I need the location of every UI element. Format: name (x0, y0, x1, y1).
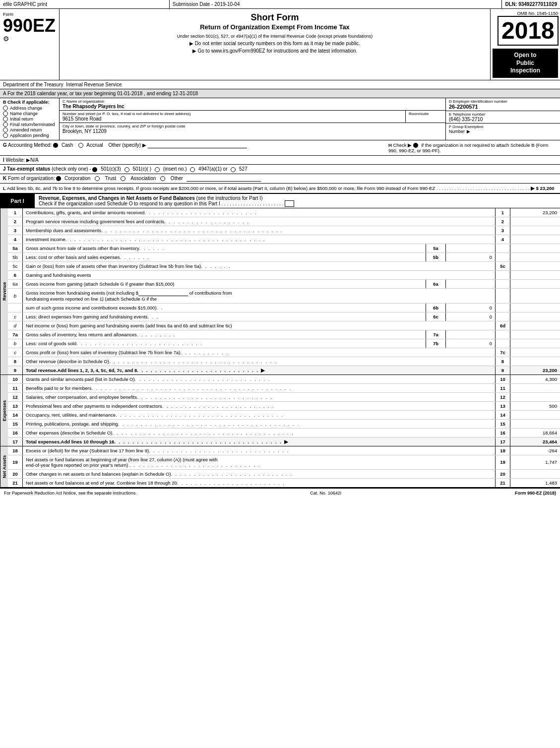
row-7c-num: c (8, 348, 23, 357)
row-9: 9 Total revenue. Add lines 1, 2, 3, 4, 5… (8, 366, 560, 374)
k-trust-radio[interactable] (95, 176, 100, 181)
org-street-cell: Number and street (or P. O. box, if mail… (60, 111, 406, 123)
expenses-side-label: Expenses (0, 375, 8, 446)
row-7c-value (510, 348, 560, 357)
accrual-radio[interactable] (78, 143, 83, 148)
j-4947-radio[interactable] (190, 167, 195, 172)
phone-value: (646) 335-2710 (449, 117, 557, 122)
row-6b-desc-num: b (8, 289, 23, 303)
k-assoc-radio[interactable] (121, 176, 125, 181)
org-street-label: Number and street (or P. O. box, if mail… (62, 112, 402, 116)
row-5b-value (510, 253, 560, 261)
row-7b: b Less: cost of goods sold . . . . . . .… (8, 339, 560, 348)
l-dots: . . . . . . . . . . . . . . . . . . . . … (436, 186, 531, 191)
row-6b-desc: b Gross income from fundraising events (… (8, 289, 560, 304)
row-6-desc: Gaming and fundraising events (23, 271, 496, 279)
row-3-num: 3 (8, 226, 23, 235)
checkbox-section: B Check if applicable: Address change Na… (0, 98, 60, 140)
row-6-line (496, 271, 510, 279)
efile-label: efile GRAPHIC print (3, 1, 47, 7)
row-11-desc: Benefits paid to or for members . . . . … (23, 384, 496, 392)
row-9-desc: Total revenue. Add lines 1, 2, 3, 4, 5c,… (23, 366, 496, 374)
j-501c3-radio[interactable] (92, 167, 97, 172)
address-change-radio[interactable] (3, 106, 8, 111)
row-20-desc: Other changes in net assets or fund bala… (23, 470, 496, 478)
name-change-label: Name change (10, 111, 38, 116)
checkbox-org-section: B Check if applicable: Address change Na… (0, 98, 560, 140)
row-7a-line (496, 330, 510, 339)
final-return-radio[interactable] (3, 122, 8, 127)
row-6a-value (510, 280, 560, 288)
section-h: H Check ▶ if the organization is not req… (388, 142, 557, 153)
name-change-radio[interactable] (3, 111, 8, 116)
part1-title-cell: Revenue, Expenses, and Changes in Net As… (35, 194, 560, 208)
row-8-num: 8 (8, 357, 23, 366)
row-12-value (510, 393, 560, 401)
row-6a-col: 6a (426, 280, 446, 288)
row-6a-mid (446, 280, 496, 288)
row-4-num: 4 (8, 235, 23, 244)
period-row: A For the 2018 calendar year, or tax yea… (0, 89, 560, 98)
irs-text: Internal Revenue Service (66, 82, 122, 87)
k-other-input[interactable] (187, 176, 261, 182)
row-4-desc: Investment income . . . . . . . . . . . … (23, 235, 496, 244)
k-label: K (3, 176, 6, 181)
row-8-line: 8 (496, 357, 510, 366)
row-20-num: 20 (8, 470, 23, 478)
amended-return-label: Amended return (10, 127, 42, 132)
cash-radio-filled[interactable] (53, 143, 58, 148)
row-17: 17 Total expenses. Add lines 10 through … (8, 437, 560, 446)
section-j: J Tax-exempt status (check only one) - 5… (0, 165, 560, 174)
part1-title: Revenue, Expenses, and Changes in Net As… (39, 195, 195, 201)
schedule-checkbox[interactable] (285, 200, 294, 207)
k-other-radio[interactable] (160, 176, 165, 181)
row-5a-value (510, 244, 560, 252)
form-right: OMB No. 1545-1150 2018 Open toPublicInsp… (491, 9, 560, 80)
row-4-value (510, 235, 560, 244)
row-7b-num: b (8, 339, 23, 348)
row-18-value: -264 (510, 446, 560, 455)
row-15-desc: Printing, publications, postage, and shi… (23, 420, 496, 428)
accrual-label: Accrual (86, 142, 103, 148)
org-street-row: Number and street (or P. O. box, if mail… (60, 111, 445, 123)
revenue-section: Revenue 1 Contributions, gifts, grants, … (0, 208, 560, 375)
other-label: Other (specify) ▶ (108, 142, 146, 148)
other-input[interactable] (148, 142, 247, 148)
j-501c-radio[interactable] (124, 167, 129, 172)
row-17-arrow: ▶ (284, 439, 288, 444)
row-7b-line (496, 339, 510, 348)
footer-right: Form 990-EZ (2018) (515, 491, 556, 496)
k-corp-radio[interactable] (56, 176, 61, 181)
row-7a: 7a Gross sales of inventory, less return… (8, 330, 560, 339)
footer-center: Cat. No. 10642I (310, 491, 341, 496)
row-6d-line: 6d (496, 321, 510, 330)
app-pending-radio[interactable] (3, 133, 8, 138)
k-corp-label: Corporation (64, 176, 90, 181)
k-assoc-label: Association (130, 176, 156, 181)
j-527-radio[interactable] (231, 167, 236, 172)
row-6a: 6a Gross income from gaming (attach Sche… (8, 280, 560, 289)
amended-return-radio[interactable] (3, 127, 8, 132)
row-4-line: 4 (496, 235, 510, 244)
row-21-num: 21 (8, 479, 23, 487)
initial-return-radio[interactable] (3, 117, 8, 122)
j-527-label: 527 (239, 166, 248, 172)
row-16-value: 18,664 (510, 429, 560, 437)
row-10-line: 10 (496, 375, 510, 383)
row-6c-mid: 0 (446, 312, 496, 321)
row-7a-value (510, 330, 560, 339)
row-7b-value (510, 339, 560, 348)
row-3-value (510, 226, 560, 235)
row-3: 3 Membership dues and assessments . . . … (8, 226, 560, 235)
k-other-label: Other (171, 176, 183, 181)
row-11-num: 11 (8, 384, 23, 392)
h-check[interactable] (413, 143, 418, 148)
row-10-value: 4,300 (510, 375, 560, 383)
phone-label: E Telephone number (449, 112, 557, 117)
row-5b-line (496, 253, 510, 261)
j-insert-radio[interactable] (155, 167, 160, 172)
part1-see-note: (see the instructions for Part I) (196, 195, 263, 201)
row-7c-desc: Gross profit or (loss) from sales of inv… (23, 348, 496, 357)
initial-return-item: Initial return (3, 117, 56, 122)
row-5c-value (510, 262, 560, 270)
